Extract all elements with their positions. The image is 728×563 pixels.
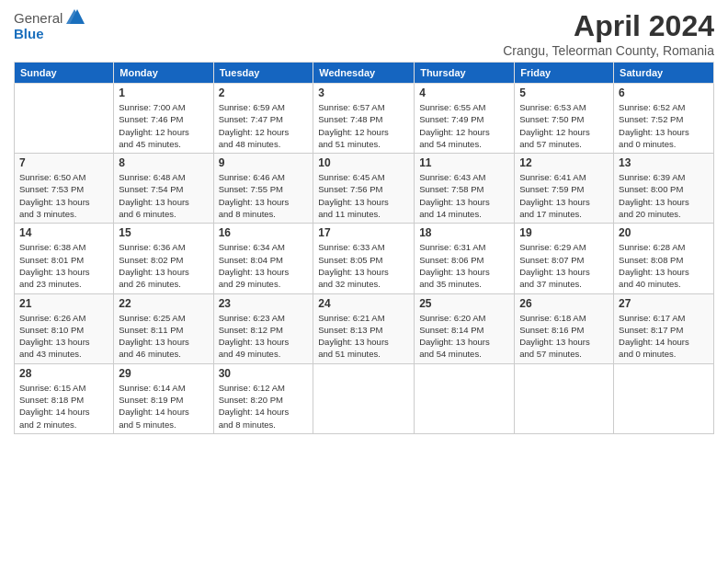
- calendar-cell: [415, 363, 515, 433]
- day-info: Sunrise: 6:48 AM Sunset: 7:54 PM Dayligh…: [119, 171, 208, 220]
- day-info: Sunrise: 6:52 AM Sunset: 7:52 PM Dayligh…: [619, 101, 709, 150]
- calendar-cell: [614, 363, 714, 433]
- day-info: Sunrise: 6:43 AM Sunset: 7:58 PM Dayligh…: [419, 171, 509, 220]
- calendar-cell: 5Sunrise: 6:53 AM Sunset: 7:50 PM Daylig…: [515, 84, 614, 154]
- day-number: 14: [19, 226, 108, 239]
- location-title: Crangu, Teleorman County, Romania: [503, 43, 714, 58]
- day-number: 6: [619, 86, 709, 99]
- day-info: Sunrise: 7:00 AM Sunset: 7:46 PM Dayligh…: [119, 101, 208, 150]
- weekday-header-cell: Wednesday: [313, 63, 415, 84]
- calendar-cell: 19Sunrise: 6:29 AM Sunset: 8:07 PM Dayli…: [515, 224, 614, 293]
- day-info: Sunrise: 6:29 AM Sunset: 8:07 PM Dayligh…: [519, 241, 609, 290]
- weekday-header: SundayMondayTuesdayWednesdayThursdayFrid…: [15, 63, 714, 84]
- day-number: 21: [19, 297, 108, 310]
- calendar-cell: 13Sunrise: 6:39 AM Sunset: 8:00 PM Dayli…: [614, 154, 714, 224]
- day-info: Sunrise: 6:25 AM Sunset: 8:11 PM Dayligh…: [119, 312, 208, 361]
- calendar-cell: 26Sunrise: 6:18 AM Sunset: 8:16 PM Dayli…: [515, 293, 614, 363]
- calendar-cell: 18Sunrise: 6:31 AM Sunset: 8:06 PM Dayli…: [415, 224, 515, 293]
- logo-icon: [64, 7, 85, 26]
- calendar-cell: 15Sunrise: 6:36 AM Sunset: 8:02 PM Dayli…: [114, 224, 213, 293]
- calendar-cell: 21Sunrise: 6:26 AM Sunset: 8:10 PM Dayli…: [15, 293, 114, 363]
- calendar-cell: 4Sunrise: 6:55 AM Sunset: 7:49 PM Daylig…: [415, 84, 515, 154]
- day-info: Sunrise: 6:45 AM Sunset: 7:56 PM Dayligh…: [318, 171, 409, 220]
- weekday-header-cell: Thursday: [415, 63, 515, 84]
- day-info: Sunrise: 6:41 AM Sunset: 7:59 PM Dayligh…: [519, 171, 609, 220]
- day-number: 22: [119, 297, 208, 310]
- day-info: Sunrise: 6:57 AM Sunset: 7:48 PM Dayligh…: [318, 101, 409, 150]
- day-number: 28: [19, 367, 108, 380]
- calendar-cell: 24Sunrise: 6:21 AM Sunset: 8:13 PM Dayli…: [313, 293, 415, 363]
- day-number: 12: [519, 156, 609, 169]
- logo: General Blue: [14, 9, 85, 41]
- day-info: Sunrise: 6:34 AM Sunset: 8:04 PM Dayligh…: [219, 241, 309, 290]
- calendar-cell: 2Sunrise: 6:59 AM Sunset: 7:47 PM Daylig…: [213, 84, 313, 154]
- calendar-cell: [15, 84, 114, 154]
- day-number: 26: [519, 297, 609, 310]
- day-number: 17: [318, 226, 409, 239]
- weekday-header-cell: Tuesday: [213, 63, 313, 84]
- day-number: 30: [219, 367, 309, 380]
- calendar-cell: 25Sunrise: 6:20 AM Sunset: 8:14 PM Dayli…: [415, 293, 515, 363]
- day-info: Sunrise: 6:38 AM Sunset: 8:01 PM Dayligh…: [19, 241, 108, 290]
- calendar-week-row: 1Sunrise: 7:00 AM Sunset: 7:46 PM Daylig…: [15, 84, 714, 154]
- logo-general: General: [14, 10, 63, 26]
- calendar-cell: 27Sunrise: 6:17 AM Sunset: 8:17 PM Dayli…: [614, 293, 714, 363]
- calendar-week-row: 28Sunrise: 6:15 AM Sunset: 8:18 PM Dayli…: [15, 363, 714, 433]
- weekday-header-cell: Saturday: [614, 63, 714, 84]
- logo-blue: Blue: [14, 26, 44, 41]
- month-title: April 2024: [503, 9, 714, 43]
- day-number: 1: [119, 86, 208, 99]
- calendar-cell: 6Sunrise: 6:52 AM Sunset: 7:52 PM Daylig…: [614, 84, 714, 154]
- day-number: 19: [519, 226, 609, 239]
- calendar-cell: 17Sunrise: 6:33 AM Sunset: 8:05 PM Dayli…: [313, 224, 415, 293]
- calendar-week-row: 21Sunrise: 6:26 AM Sunset: 8:10 PM Dayli…: [15, 293, 714, 363]
- day-info: Sunrise: 6:55 AM Sunset: 7:49 PM Dayligh…: [419, 101, 509, 150]
- day-info: Sunrise: 6:31 AM Sunset: 8:06 PM Dayligh…: [419, 241, 509, 290]
- calendar-cell: 30Sunrise: 6:12 AM Sunset: 8:20 PM Dayli…: [213, 363, 313, 433]
- day-number: 13: [619, 156, 709, 169]
- calendar-cell: 22Sunrise: 6:25 AM Sunset: 8:11 PM Dayli…: [114, 293, 213, 363]
- weekday-header-cell: Monday: [114, 63, 213, 84]
- day-info: Sunrise: 6:36 AM Sunset: 8:02 PM Dayligh…: [119, 241, 208, 290]
- day-info: Sunrise: 6:26 AM Sunset: 8:10 PM Dayligh…: [19, 312, 108, 361]
- day-info: Sunrise: 6:39 AM Sunset: 8:00 PM Dayligh…: [619, 171, 709, 220]
- day-info: Sunrise: 6:14 AM Sunset: 8:19 PM Dayligh…: [119, 382, 208, 431]
- calendar-cell: 1Sunrise: 7:00 AM Sunset: 7:46 PM Daylig…: [114, 84, 213, 154]
- day-info: Sunrise: 6:20 AM Sunset: 8:14 PM Dayligh…: [419, 312, 509, 361]
- calendar-week-row: 7Sunrise: 6:50 AM Sunset: 7:53 PM Daylig…: [15, 154, 714, 224]
- day-number: 4: [419, 86, 509, 99]
- calendar-cell: 8Sunrise: 6:48 AM Sunset: 7:54 PM Daylig…: [114, 154, 213, 224]
- day-number: 23: [219, 297, 309, 310]
- calendar-cell: 29Sunrise: 6:14 AM Sunset: 8:19 PM Dayli…: [114, 363, 213, 433]
- day-info: Sunrise: 6:15 AM Sunset: 8:18 PM Dayligh…: [19, 382, 108, 431]
- calendar-week-row: 14Sunrise: 6:38 AM Sunset: 8:01 PM Dayli…: [15, 224, 714, 293]
- weekday-header-cell: Friday: [515, 63, 614, 84]
- calendar-cell: 16Sunrise: 6:34 AM Sunset: 8:04 PM Dayli…: [213, 224, 313, 293]
- calendar-cell: 10Sunrise: 6:45 AM Sunset: 7:56 PM Dayli…: [313, 154, 415, 224]
- calendar-cell: [313, 363, 415, 433]
- calendar-cell: 9Sunrise: 6:46 AM Sunset: 7:55 PM Daylig…: [213, 154, 313, 224]
- day-number: 3: [318, 86, 409, 99]
- day-number: 20: [619, 226, 709, 239]
- day-number: 7: [19, 156, 108, 169]
- calendar-cell: [515, 363, 614, 433]
- day-number: 5: [519, 86, 609, 99]
- calendar-cell: 14Sunrise: 6:38 AM Sunset: 8:01 PM Dayli…: [15, 224, 114, 293]
- day-number: 8: [119, 156, 208, 169]
- day-info: Sunrise: 6:46 AM Sunset: 7:55 PM Dayligh…: [219, 171, 309, 220]
- calendar-cell: 3Sunrise: 6:57 AM Sunset: 7:48 PM Daylig…: [313, 84, 415, 154]
- title-block: April 2024 Crangu, Teleorman County, Rom…: [503, 9, 714, 58]
- day-info: Sunrise: 6:50 AM Sunset: 7:53 PM Dayligh…: [19, 171, 108, 220]
- day-number: 25: [419, 297, 509, 310]
- day-number: 29: [119, 367, 208, 380]
- day-number: 16: [219, 226, 309, 239]
- day-number: 10: [318, 156, 409, 169]
- day-number: 2: [219, 86, 309, 99]
- weekday-header-cell: Sunday: [15, 63, 114, 84]
- day-number: 27: [619, 297, 709, 310]
- calendar-cell: 7Sunrise: 6:50 AM Sunset: 7:53 PM Daylig…: [15, 154, 114, 224]
- calendar-cell: 11Sunrise: 6:43 AM Sunset: 7:58 PM Dayli…: [415, 154, 515, 224]
- day-info: Sunrise: 6:17 AM Sunset: 8:17 PM Dayligh…: [619, 312, 709, 361]
- day-info: Sunrise: 6:18 AM Sunset: 8:16 PM Dayligh…: [519, 312, 609, 361]
- day-info: Sunrise: 6:59 AM Sunset: 7:47 PM Dayligh…: [219, 101, 309, 150]
